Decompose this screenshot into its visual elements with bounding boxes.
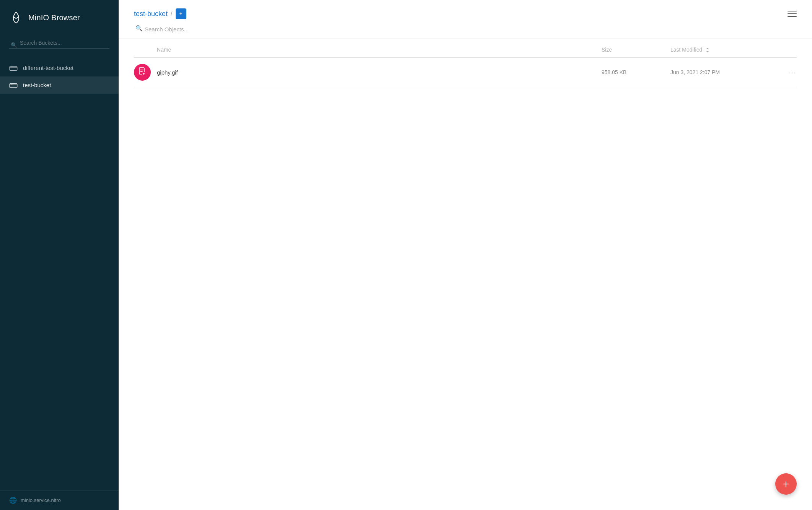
col-name: Name [157, 47, 602, 53]
file-modified: Jun 3, 2021 2:07 PM [670, 69, 778, 75]
sort-icon[interactable] [705, 47, 710, 53]
svg-point-7 [12, 84, 13, 84]
breadcrumb-bucket-link[interactable]: test-bucket [134, 10, 168, 18]
hamburger-line-2 [788, 13, 797, 14]
file-icon-circle [134, 64, 151, 81]
main-header: test-bucket / + [119, 0, 812, 19]
fab-plus-icon: + [783, 478, 789, 490]
add-folder-button[interactable]: + [176, 8, 186, 19]
col-size: Size [602, 47, 670, 53]
bucket-icon-active [9, 82, 18, 88]
plus-icon: + [179, 11, 182, 17]
more-options-button[interactable]: ··· [778, 68, 797, 77]
hamburger-menu-button[interactable] [788, 11, 797, 17]
file-document-icon [139, 67, 146, 78]
bucket-icon [9, 65, 18, 71]
hamburger-line-1 [788, 11, 797, 11]
table-row: giphy.gif 958.05 KB Jun 3, 2021 2:07 PM … [134, 58, 797, 87]
bucket-item-test-bucket[interactable]: test-bucket [0, 76, 119, 94]
file-table: Name Size Last Modified [119, 39, 812, 510]
upload-fab-button[interactable]: + [775, 473, 797, 495]
breadcrumb: test-bucket / + [134, 8, 186, 19]
globe-icon: 🌐 [9, 497, 17, 504]
table-header: Name Size Last Modified [134, 39, 797, 58]
server-label: minio.service.nitro [21, 497, 61, 503]
file-name: giphy.gif [157, 69, 178, 76]
svg-point-2 [11, 67, 11, 67]
minio-logo-icon [9, 11, 23, 24]
hamburger-line-3 [788, 16, 797, 17]
svg-point-6 [11, 84, 11, 84]
search-objects-input[interactable] [134, 24, 797, 34]
main-content: test-bucket / + 🔍 Name Size Last Modifie… [119, 0, 812, 510]
search-objects-container: 🔍 [119, 19, 812, 39]
sidebar-footer: 🌐 minio.service.nitro [0, 490, 119, 510]
sidebar-header: MinIO Browser [0, 0, 119, 34]
col-last-modified: Last Modified [670, 47, 778, 53]
bucket-list: different-test-bucket test-bucket [0, 56, 119, 490]
bucket-label-different-test-bucket: different-test-bucket [23, 65, 73, 71]
search-buckets-icon: 🔍 [11, 42, 17, 48]
app-title: MinIO Browser [28, 13, 80, 22]
breadcrumb-separator: / [171, 10, 172, 17]
search-objects-icon: 🔍 [135, 25, 143, 32]
col-actions [778, 47, 797, 53]
bucket-label-test-bucket: test-bucket [23, 82, 51, 88]
file-name-cell: giphy.gif [134, 64, 602, 81]
search-buckets-container: 🔍 [0, 34, 119, 56]
search-buckets-input[interactable] [9, 37, 109, 49]
sidebar: MinIO Browser 🔍 different-test-bucket te… [0, 0, 119, 510]
svg-point-3 [12, 67, 13, 67]
bucket-item-different-test-bucket[interactable]: different-test-bucket [0, 59, 119, 76]
file-size: 958.05 KB [602, 69, 670, 75]
